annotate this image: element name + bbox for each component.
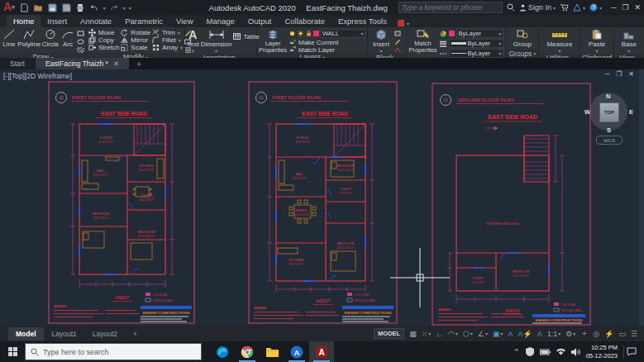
new-drawing-tab-icon[interactable]: ＋: [135, 58, 143, 69]
viewcube-south[interactable]: S: [607, 126, 611, 134]
save-icon[interactable]: [47, 2, 58, 12]
close-tab-icon[interactable]: ✕: [113, 60, 119, 68]
featured-apps-icon[interactable]: ▾: [397, 19, 409, 27]
layer-lock-icon[interactable]: [305, 31, 312, 37]
line-tool[interactable]: Line: [2, 28, 17, 48]
plot-icon[interactable]: [75, 2, 86, 12]
autocad-web-app-icon[interactable]: A: [284, 341, 309, 362]
undo-dropdown-icon[interactable]: ▾: [103, 5, 106, 11]
workspace-switching-icon[interactable]: ⚙▾: [565, 330, 575, 338]
edit-block-icon[interactable]: [394, 38, 401, 45]
tab-collaborate[interactable]: Collaborate: [278, 15, 332, 27]
block-attributes-icon[interactable]: [394, 46, 401, 53]
open-file-icon[interactable]: [33, 2, 44, 12]
file-tab-start[interactable]: Start: [0, 58, 35, 69]
array-tool[interactable]: Array▾: [152, 44, 183, 50]
action-center-icon[interactable]: [623, 345, 639, 359]
tab-home[interactable]: Home: [7, 15, 41, 27]
hidden-icons-chevron[interactable]: ⌃: [513, 348, 520, 356]
scale-tool[interactable]: Scale: [121, 44, 150, 50]
trim-tool[interactable]: Trim▾: [152, 29, 183, 36]
floor-plan-2[interactable]: 01 FIRST FLOOR PLAN EAST SIDE ROAD: [248, 81, 398, 324]
taskbar-search[interactable]: Type here to search: [25, 343, 202, 360]
make-current-tool[interactable]: Make Current: [289, 39, 365, 45]
text-tool[interactable]: AText▾: [187, 28, 199, 54]
layer-on-icon[interactable]: [289, 31, 296, 37]
viewport-controls[interactable]: [-][Top][2D Wireframe]: [3, 72, 72, 80]
wifi-icon[interactable]: [556, 348, 565, 355]
hardware-acceleration-icon[interactable]: ⚡: [604, 330, 613, 338]
tab-parametric[interactable]: Parametric: [118, 15, 169, 27]
volume-icon[interactable]: [571, 348, 580, 356]
new-layout-button[interactable]: +: [126, 327, 145, 341]
isometric-drafting-icon[interactable]: ⬡▾: [463, 330, 473, 338]
tab-output[interactable]: Output: [241, 15, 279, 27]
viewcube-east[interactable]: E: [629, 108, 633, 116]
snap-icon[interactable]: ⁙▾: [422, 330, 432, 338]
battery-icon[interactable]: [540, 349, 551, 355]
undo-icon[interactable]: [89, 2, 100, 12]
grid-icon[interactable]: ▦: [409, 330, 417, 338]
doc-close-icon[interactable]: ✕: [628, 70, 634, 78]
autocad-2020-app-icon[interactable]: A: [309, 341, 334, 362]
rotate-tool[interactable]: Rotate: [121, 29, 150, 36]
viewcube[interactable]: N S W E TOP WCS: [588, 88, 631, 145]
tab-insert[interactable]: Insert: [41, 15, 74, 27]
model-space-button[interactable]: MODEL: [374, 328, 404, 339]
layout-tab-layout2[interactable]: Layout2: [85, 327, 125, 341]
clean-screen-icon[interactable]: ▭: [618, 330, 626, 338]
ortho-icon[interactable]: ∟: [436, 330, 443, 338]
match-properties-tool[interactable]: Match Properties: [408, 28, 438, 53]
annotation-scale-icon[interactable]: A: [537, 330, 542, 338]
linetype-dropdown[interactable]: ByLayer▾: [449, 49, 504, 58]
help-search-input[interactable]: [398, 2, 503, 13]
polar-tracking-icon[interactable]: ◠▾: [448, 330, 458, 338]
polyline-tool[interactable]: Polyline: [18, 28, 41, 48]
panel-label-groups[interactable]: Groups▾: [506, 49, 538, 58]
layer-dropdown[interactable]: WALL▾: [320, 29, 365, 38]
rectangle-tool-icon[interactable]: [77, 30, 84, 36]
app-store-cart-icon[interactable]: [560, 3, 569, 12]
tab-annotate[interactable]: Annotate: [74, 15, 118, 27]
paste-tool[interactable]: Paste▾: [586, 28, 608, 54]
doc-restore-icon[interactable]: ❐: [616, 70, 622, 78]
object-color-dropdown[interactable]: ByLayer▾: [456, 29, 504, 38]
annotation-scale-value[interactable]: 1:1▾: [547, 330, 561, 338]
layout-tab-model[interactable]: Model: [8, 327, 44, 341]
taskbar-clock[interactable]: 10:25 PM 05-12-2023: [586, 344, 618, 360]
create-block-icon[interactable]: [394, 30, 401, 36]
edge-app-icon[interactable]: [210, 341, 235, 362]
sign-in-button[interactable]: Sign In ▾: [519, 3, 556, 12]
tab-express-tools[interactable]: Express Tools: [332, 15, 394, 27]
layer-freeze-icon[interactable]: [297, 31, 304, 37]
base-tool[interactable]: Base▾: [618, 28, 640, 54]
mirror-tool[interactable]: Mirror: [121, 36, 150, 43]
insert-tool[interactable]: Insert▾: [370, 28, 392, 54]
restore-icon[interactable]: ❐: [622, 3, 628, 12]
arc-tool[interactable]: Arc: [60, 28, 75, 48]
annotation-autoscale-icon[interactable]: A⚡: [518, 330, 532, 338]
copy-tool[interactable]: Copy: [88, 36, 119, 43]
annotation-monitor-icon[interactable]: ＋: [580, 328, 588, 339]
viewcube-top-face[interactable]: TOP: [599, 102, 619, 122]
start-button[interactable]: [0, 341, 25, 362]
circle-tool[interactable]: Circle: [42, 28, 59, 48]
customization-icon[interactable]: ☰: [631, 330, 637, 338]
table-tool[interactable]: Table: [233, 33, 259, 40]
autodesk-exchange-icon[interactable]: ▾: [573, 3, 585, 12]
floor-plan-1[interactable]: 02 FIRST FLOOR PLAN EAST SIDE ROAD: [48, 81, 195, 324]
new-file-icon[interactable]: [19, 2, 30, 12]
dimension-tool[interactable]: Dimension▾: [201, 28, 232, 54]
close-icon[interactable]: ✕: [634, 3, 641, 12]
save-as-icon[interactable]: [61, 2, 72, 12]
layer-properties-tool[interactable]: Layer Properties: [259, 28, 287, 53]
layout-tab-layout1[interactable]: Layout1: [45, 327, 84, 341]
fillet-tool[interactable]: Fillet▾: [152, 36, 183, 43]
layer-color-swatch[interactable]: [313, 31, 319, 36]
application-menu-button[interactable]: A▾: [3, 1, 15, 13]
group-tool[interactable]: Group: [511, 28, 533, 48]
ellipse-tool-icon[interactable]: [77, 38, 84, 45]
file-explorer-icon[interactable]: [260, 341, 284, 362]
hatch-tool-icon[interactable]: [77, 46, 84, 53]
object-snap-tracking-icon[interactable]: ∠▾: [478, 330, 488, 338]
